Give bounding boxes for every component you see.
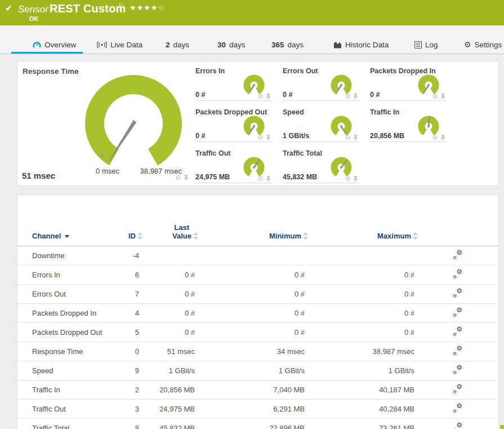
pin-icon[interactable] <box>266 94 271 100</box>
column-header-channel[interactable]: Channel <box>17 195 113 246</box>
table-row: Traffic Out 3 24,975 MB 6,291 MB 40,284 … <box>17 400 498 419</box>
channel-settings-icon[interactable]: ⚙ ⚙ <box>453 346 462 355</box>
column-header-last-value[interactable]: Last Value <box>145 195 200 246</box>
pin-icon[interactable] <box>353 176 358 182</box>
gear-icon: ⚙ <box>453 255 457 260</box>
broadcast-icon <box>97 41 107 48</box>
mini-gauge-panel: Errors Out 0 # ⚙ <box>282 67 359 101</box>
minimum-cell: 22,896 MB <box>200 419 310 429</box>
last-value-cell: 0 # <box>145 285 200 304</box>
last-value-cell: 0 # <box>145 304 200 323</box>
status-check-icon: ✔ <box>5 3 12 14</box>
channel-name-cell: Packets Dropped In <box>17 304 113 323</box>
maximum-cell <box>310 246 420 266</box>
gear-icon[interactable]: ⚙ <box>345 175 351 183</box>
channel-settings-icon[interactable]: ⚙ ⚙ <box>453 269 462 278</box>
last-value-cell: 24,975 MB <box>145 400 200 419</box>
mini-gauge-panel: Traffic Out 24,975 MB ⚙ <box>195 149 272 183</box>
channel-name-cell: Traffic In <box>17 381 113 400</box>
channel-id-cell: -4 <box>113 246 145 266</box>
gear-icon[interactable]: ⚙ <box>257 134 264 141</box>
maximum-cell: 38,987 msec <box>310 342 420 361</box>
tab-settings[interactable]: ⚙ Settings <box>464 38 502 51</box>
channels-table-panel: Channel ID Last Value Minimum Maximum <box>17 194 499 429</box>
channels-table: Channel ID Last Value Minimum Maximum <box>17 195 498 429</box>
last-value-cell: 51 msec <box>145 342 200 361</box>
channel-name-cell: Packets Dropped Out <box>17 323 113 342</box>
priority-flag-icon[interactable]: ⚐ <box>118 2 124 10</box>
priority-stars[interactable]: ★★★★☆ <box>130 3 165 12</box>
pin-icon[interactable] <box>184 175 189 181</box>
gear-icon[interactable]: ⚙ <box>345 134 351 141</box>
gear-icon[interactable]: ⚙ <box>257 92 264 100</box>
gauge-max-label: 38,987 msec <box>126 167 182 175</box>
tab-historic-data[interactable]: Historic Data <box>333 38 389 51</box>
pin-icon[interactable] <box>440 94 445 100</box>
last-value-cell: 45,832 MB <box>145 419 200 429</box>
gear-icon: ⚙ <box>464 40 471 49</box>
mini-gauge-panel: Speed 1 GBit/s ⚙ <box>282 108 359 142</box>
minimum-cell: 34 msec <box>200 342 310 361</box>
channel-gauge-title: Traffic Out <box>195 149 231 157</box>
minimum-cell: 7,040 MB <box>200 381 310 400</box>
channel-settings-icon[interactable]: ⚙ ⚙ <box>453 327 462 336</box>
tab-log[interactable]: Log <box>414 38 438 51</box>
mini-gauge-panel: Packets Dropped Out 0 # ⚙ <box>195 108 272 142</box>
channel-settings-icon[interactable]: ⚙ ⚙ <box>453 404 462 413</box>
channel-gauge-title: Speed <box>283 108 304 116</box>
channel-gauge-title: Errors In <box>195 67 225 75</box>
tab-bar: Overview Live Data 2 days 30 days 365 da… <box>0 25 504 54</box>
last-value-cell: 0 # <box>145 266 200 285</box>
tab-live-data[interactable]: Live Data <box>97 38 142 51</box>
pin-icon[interactable] <box>266 176 271 182</box>
gear-icon: ⚙ <box>456 268 462 276</box>
gear-icon: ⚙ <box>453 275 457 280</box>
gauges-panel: Response Time x̄ 0 msec 38,987 msec 51 m… <box>17 61 499 186</box>
maximum-cell: 40,187 MB <box>310 381 420 400</box>
table-row: Response Time 0 51 msec 34 msec 38,987 m… <box>17 342 498 361</box>
channel-gauge-title: Errors Out <box>283 67 318 75</box>
gear-icon[interactable]: ⚙ <box>175 174 181 182</box>
tab-overview[interactable]: Overview <box>33 38 76 51</box>
pin-icon[interactable] <box>353 135 358 141</box>
channel-settings-icon[interactable]: ⚙ ⚙ <box>453 250 462 259</box>
channel-settings-icon[interactable]: ⚙ ⚙ <box>453 365 462 374</box>
tab-2-days[interactable]: 2 days <box>166 38 189 51</box>
tab-365-days[interactable]: 365 days <box>271 38 304 51</box>
gear-icon: ⚙ <box>456 383 462 391</box>
gear-icon: ⚙ <box>453 294 457 299</box>
column-header-id[interactable]: ID <box>113 195 145 246</box>
gear-icon[interactable]: ⚙ <box>257 175 264 183</box>
main-gauge-title: Response Time <box>23 67 79 76</box>
channel-name-cell: Traffic Out <box>17 400 113 419</box>
page-corner-accent <box>500 425 504 429</box>
pin-icon[interactable] <box>266 135 271 141</box>
tab-30-days[interactable]: 30 days <box>217 38 246 51</box>
gear-icon[interactable]: ⚙ <box>432 134 438 141</box>
channel-gauge-value: 0 # <box>283 91 292 99</box>
column-header-maximum[interactable]: Maximum <box>310 195 420 246</box>
pin-icon[interactable] <box>440 135 445 141</box>
tab-number: 2 <box>166 41 170 49</box>
table-row: Traffic In 2 20,856 MB 7,040 MB 40,187 M… <box>17 381 498 400</box>
table-row: Speed 9 1 GBit/s 1 GBit/s 1 GBit/s ⚙ ⚙ <box>17 361 498 381</box>
mini-gauge-panel: Packets Dropped In 0 # ⚙ <box>369 67 447 101</box>
tab-label: Live Data <box>110 41 142 49</box>
gear-icon[interactable]: ⚙ <box>432 92 438 100</box>
status-badge: OK <box>29 15 39 22</box>
pin-icon[interactable] <box>353 94 358 100</box>
gear-icon[interactable]: ⚙ <box>345 92 351 100</box>
gear-icon: ⚙ <box>456 325 462 333</box>
maximum-cell: 40,284 MB <box>310 400 420 419</box>
channel-settings-icon[interactable]: ⚙ ⚙ <box>453 384 462 393</box>
channel-settings-icon[interactable]: ⚙ ⚙ <box>453 308 462 317</box>
channel-settings-icon[interactable]: ⚙ ⚙ <box>453 289 462 298</box>
gear-icon: ⚙ <box>456 421 462 429</box>
column-header-minimum[interactable]: Minimum <box>200 195 310 246</box>
channel-id-cell: 4 <box>113 304 145 323</box>
channel-settings-icon[interactable]: ⚙ ⚙ <box>453 423 462 429</box>
tab-label: days <box>288 41 304 49</box>
log-list-icon <box>414 41 422 48</box>
last-value-cell: 1 GBit/s <box>145 361 200 381</box>
tab-label: days <box>229 41 246 49</box>
